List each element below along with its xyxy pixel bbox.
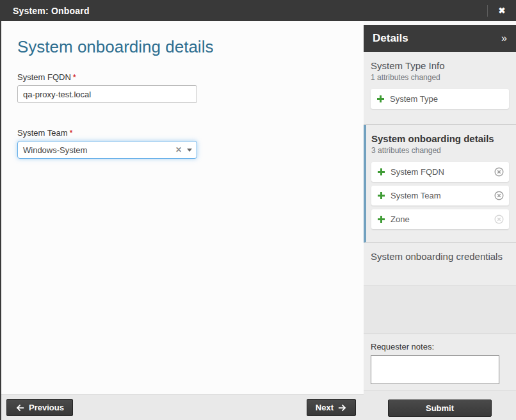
details-panel: Details » System Type Info 1 attributes … [364, 21, 516, 420]
panel-empty-region [364, 286, 516, 334]
system-fqdn-group: System FQDN* [17, 72, 364, 103]
close-icon[interactable]: ✖ [488, 0, 516, 21]
section-system-onboarding-credentials: System onboarding credentials [364, 243, 516, 286]
system-team-select[interactable]: Windows-System ✕ [17, 141, 197, 159]
previous-button-label: Previous [29, 403, 64, 412]
section-title: System onboarding details [371, 133, 509, 144]
attribute-card-system-type[interactable]: System Type [371, 89, 509, 109]
details-panel-footer: Submit [364, 391, 516, 420]
details-panel-title: Details [373, 32, 408, 45]
modal-titlebar: System: Onboard ✖ [0, 0, 516, 21]
section-subtitle: 3 attributes changed [371, 146, 509, 155]
titlebar-actions: ✖ [487, 0, 516, 21]
details-panel-header: Details » [364, 25, 516, 52]
remove-circle-icon[interactable] [494, 191, 504, 200]
attribute-label: System Team [391, 191, 494, 200]
plus-icon [377, 95, 384, 102]
attribute-card-system-team[interactable]: System Team [371, 186, 509, 206]
remove-circle-icon[interactable] [494, 167, 504, 177]
arrow-left-icon [15, 403, 24, 412]
section-subtitle: 1 attributes changed [371, 73, 509, 82]
system-fqdn-label: System FQDN* [17, 72, 364, 82]
system-fqdn-input[interactable] [17, 85, 197, 103]
modal-title: System: Onboard [13, 6, 90, 16]
attribute-label: Zone [391, 214, 494, 224]
attribute-label: System Type [390, 94, 504, 104]
system-team-label-text: System Team [17, 128, 68, 138]
system-team-selected-value: Windows-System [23, 145, 173, 155]
system-fqdn-label-text: System FQDN [17, 72, 71, 82]
required-asterisk: * [73, 72, 76, 82]
plus-icon [378, 192, 385, 199]
previous-button[interactable]: Previous [6, 399, 73, 416]
system-team-label: System Team* [17, 128, 364, 138]
system-team-group: System Team* Windows-System ✕ [17, 128, 364, 159]
wizard-step-panel: System onboarding details System FQDN* S… [1, 21, 364, 420]
plus-icon [378, 216, 385, 223]
chevron-double-right-icon[interactable]: » [501, 33, 507, 44]
submit-button-label: Submit [426, 403, 454, 413]
requester-notes-label: Requester notes: [371, 342, 516, 351]
clear-selection-icon[interactable]: ✕ [173, 145, 184, 154]
next-button-label: Next [316, 403, 334, 412]
step-heading: System onboarding details [17, 37, 364, 57]
attribute-label: System FQDN [391, 167, 494, 177]
attribute-card-system-fqdn[interactable]: System FQDN [371, 162, 509, 182]
details-panel-body: System Type Info 1 attributes changed Sy… [364, 52, 516, 391]
wizard-footer: Previous Next [1, 394, 364, 420]
submit-button[interactable]: Submit [388, 400, 492, 417]
arrow-right-icon [338, 403, 347, 412]
required-asterisk: * [70, 128, 73, 138]
attribute-card-zone[interactable]: Zone [371, 209, 509, 229]
requester-notes-textarea[interactable] [371, 355, 499, 384]
modal-content: System onboarding details System FQDN* S… [0, 21, 516, 420]
remove-circle-icon[interactable] [494, 214, 504, 224]
wizard-step-body: System onboarding details System FQDN* S… [1, 21, 364, 394]
section-title: System Type Info [371, 60, 509, 71]
next-button[interactable]: Next [307, 399, 356, 416]
onboard-modal: System: Onboard ✖ System onboarding deta… [0, 0, 516, 420]
section-system-onboarding-details: System onboarding details 3 attributes c… [364, 125, 516, 243]
section-title: System onboarding credentials [371, 251, 509, 262]
chevron-down-icon[interactable] [187, 149, 192, 152]
section-system-type-info: System Type Info 1 attributes changed Sy… [364, 52, 516, 125]
plus-icon [378, 168, 385, 175]
requester-notes-region: Requester notes: [364, 334, 516, 391]
